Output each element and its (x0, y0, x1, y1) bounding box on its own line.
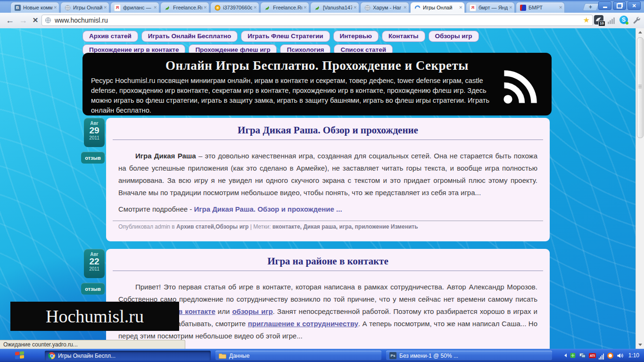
yandex-icon: Я (114, 4, 121, 11)
scroll-up-button[interactable] (636, 28, 644, 36)
tab-title: Игры Онлай (73, 5, 102, 10)
minimize-button[interactable] (598, 1, 611, 10)
taskbar-button[interactable]: Игры Онлайн Беспл... (45, 351, 211, 361)
tab-title: Новые комм (23, 5, 52, 10)
post-title[interactable]: Игра на районе в контакте (118, 255, 537, 267)
signal-bars-icon[interactable] (608, 16, 615, 24)
stop-button[interactable]: ✕ (29, 14, 41, 26)
tab-close-icon[interactable]: ✕ (53, 6, 57, 10)
close-button[interactable]: ✕ (627, 1, 641, 10)
arrow-down-icon (638, 344, 642, 346)
browser-tab-active[interactable]: Игры Онлай✕ (410, 2, 465, 13)
wrench-icon[interactable] (632, 16, 640, 24)
browser-tab[interactable]: Яфриланс —✕ (110, 2, 159, 13)
vertical-scrollbar[interactable] (636, 28, 644, 349)
ati-icon[interactable]: ATI (589, 353, 596, 358)
inline-link[interactable]: приглашение к сотрудничеству (248, 320, 358, 328)
post-body: Привет! Это первая статья об игре в конт… (118, 281, 537, 342)
nav-button[interactable]: Играть Онлайн Бесплатно (141, 31, 238, 42)
browser-tab-strip: ВНовые комм✕Игры Онлай✕Яфриланс —✕Freela… (0, 0, 644, 13)
window-controls: ✕ (598, 1, 641, 10)
tab-title: бмрт — Янд (479, 5, 508, 10)
nav-button[interactable]: Обзоры игр (429, 31, 479, 42)
date-day: 22 (84, 257, 105, 266)
tab-close-icon[interactable]: ✕ (203, 6, 207, 10)
post-body: Игра Дикая Раша – это довольно качествен… (118, 150, 537, 199)
scroll-down-button[interactable] (636, 341, 644, 349)
freelance-icon (264, 4, 271, 11)
bookmark-star-icon[interactable]: ★ (583, 16, 590, 24)
meta-divider (113, 221, 543, 221)
extension-icon[interactable]: 10 (594, 15, 603, 25)
read-more-link[interactable]: Игра Дикая Раша. Обзор и прохождение ... (194, 205, 342, 213)
rss-icon[interactable] (500, 67, 540, 107)
skype-icon[interactable]: S (619, 16, 628, 24)
nav-button[interactable]: Архив статей (83, 31, 138, 42)
nav-button[interactable]: Интервью (333, 31, 379, 42)
comments-badge[interactable]: отзыв (81, 283, 105, 295)
bold-text: Игра Дикая Раша (135, 152, 196, 160)
network-signal-icon[interactable] (599, 351, 604, 360)
browser-tab[interactable]: ВНовые комм✕ (10, 2, 59, 13)
globe-icon (364, 4, 371, 11)
tab-close-icon[interactable]: ✕ (353, 6, 357, 10)
tab-close-icon[interactable]: ✕ (509, 6, 512, 10)
browser-tab[interactable]: Freelance.Ru✕ (160, 2, 209, 13)
taskbar-button[interactable]: Данные (215, 351, 381, 361)
nav-button[interactable]: Играть Флеш Стратегии (241, 31, 330, 42)
comments-badge[interactable]: отзыв (81, 152, 105, 164)
volume-icon[interactable] (616, 352, 624, 359)
arrow-up-icon (638, 31, 642, 33)
date-year: 2011 (84, 135, 105, 140)
loading-spinner-icon (414, 4, 421, 11)
taskbar-button[interactable]: PsБез имени-1 @ 50% ... (386, 351, 552, 361)
agent-icon[interactable] (570, 352, 576, 359)
address-bar[interactable]: www.hochumisl.ru ★ (41, 15, 593, 26)
post-date-badge: Авг292011 (84, 118, 105, 147)
meta-link[interactable]: Архив статей,Обзоры игр (176, 223, 248, 230)
nav-row-1: Архив статейИграть Онлайн БесплатноИграт… (83, 31, 554, 44)
tab-title: БМРТ (528, 5, 558, 10)
restore-button[interactable] (613, 1, 626, 10)
tab-close-icon[interactable]: ✕ (103, 6, 107, 10)
status-text: Ожидание counter.yadro.ru... (3, 341, 78, 348)
meta-link[interactable]: Изменить (389, 223, 418, 230)
browser-tab[interactable]: [Vanusha147✕ (310, 2, 359, 13)
tray-collapse-icon[interactable] (564, 354, 567, 357)
browser-tab[interactable]: БМРТ✕ (516, 2, 565, 13)
back-button[interactable]: ← (4, 14, 16, 26)
inline-link[interactable]: обзоры игр (232, 307, 272, 315)
scrollbar-thumb[interactable] (637, 37, 644, 138)
browser-tab[interactable]: Freelance.Ru✕ (260, 2, 309, 13)
screen: ВНовые комм✕Игры Онлай✕Яфриланс —✕Freela… (0, 0, 644, 362)
nav-button[interactable]: Контакты (382, 31, 425, 42)
url-text: www.hochumisl.ru (55, 16, 583, 24)
browser-tab[interactable]: Игры Онлай✕ (60, 2, 109, 13)
freelance-icon (314, 4, 321, 11)
post-meta: Опубликовал admin в Архив статей,Обзоры … (118, 223, 537, 230)
tab-title: Игры Онлай (423, 5, 458, 10)
tab-close-icon[interactable]: ✕ (153, 6, 157, 10)
title-divider (113, 140, 543, 140)
tab-close-icon[interactable]: ✕ (303, 6, 307, 10)
windows-start-icon[interactable] (15, 351, 24, 360)
page-viewport: Архив статейИграть Онлайн БесплатноИграт… (0, 28, 644, 349)
tab-title: [Vanusha147 (323, 5, 352, 10)
browser-tab[interactable]: i373970660c✕ (210, 2, 259, 13)
read-more-line: Смотрите подробнее - Игра Дикая Раша. Об… (118, 205, 537, 213)
tab-close-icon[interactable]: ✕ (559, 6, 562, 10)
tab-close-icon[interactable]: ✕ (459, 6, 462, 10)
new-tab-button[interactable]: + (582, 3, 599, 11)
thumb-grip (638, 85, 642, 85)
browser-tab[interactable]: Ябмрт — Янд✕ (466, 2, 515, 13)
tab-close-icon[interactable]: ✕ (253, 6, 257, 10)
meta-link[interactable]: вконтакте, Дикая раша, игра, приложение (272, 223, 389, 230)
globe-icon (64, 4, 71, 11)
download-manager-icon[interactable] (607, 353, 613, 359)
yandex-icon: Я (470, 4, 476, 11)
post-title[interactable]: Игра Дикая Раша. Обзор и прохождение (118, 124, 537, 136)
display-icon[interactable] (579, 352, 586, 359)
tab-close-icon[interactable]: ✕ (403, 6, 407, 10)
browser-tab[interactable]: Харум - Har✕ (360, 2, 409, 13)
forward-button[interactable]: → (17, 14, 29, 26)
